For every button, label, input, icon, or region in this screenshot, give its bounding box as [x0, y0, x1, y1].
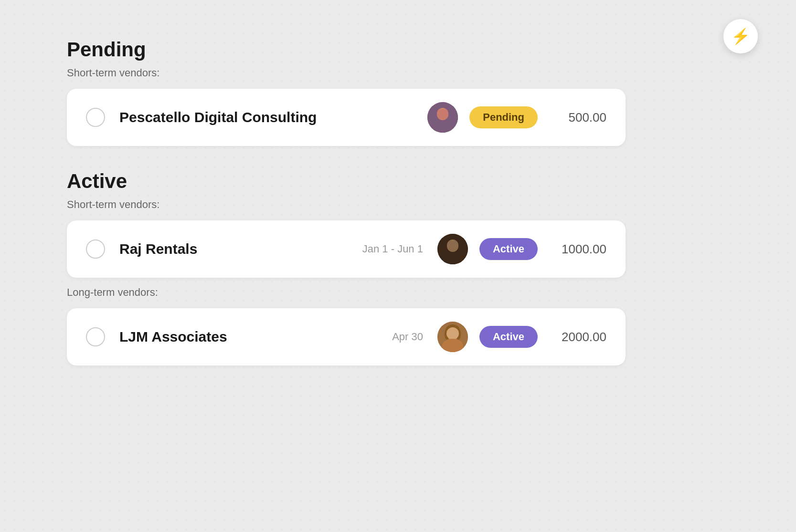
status-badge-ljm-associates: Active: [479, 326, 538, 348]
vendor-name-raj-rentals: Raj Rentals: [119, 241, 362, 257]
svg-point-7: [448, 240, 457, 249]
amount-ljm-associates: 2000.00: [549, 330, 606, 344]
svg-point-11: [448, 327, 457, 337]
vendor-name-ljm-associates: LJM Associates: [119, 329, 392, 345]
status-badge-pescatello: Pending: [469, 106, 538, 128]
date-range-ljm-associates: Apr 30: [392, 331, 423, 343]
active-long-term-label: Long-term vendors:: [67, 286, 626, 299]
avatar-pescatello: [427, 102, 458, 133]
svg-rect-0: [427, 102, 458, 133]
svg-rect-4: [437, 234, 468, 264]
active-short-term-label: Short-term vendors:: [67, 198, 626, 211]
pending-section: Pending Short-term vendors: Pescatello D…: [67, 38, 626, 146]
svg-point-13: [445, 328, 449, 340]
active-section-title: Active: [67, 170, 626, 193]
svg-point-12: [446, 324, 459, 334]
status-badge-raj-rentals: Active: [479, 238, 538, 260]
radio-pescatello[interactable]: [86, 108, 105, 127]
svg-point-5: [447, 240, 458, 251]
svg-point-9: [447, 327, 458, 339]
vendor-name-pescatello: Pescatello Digital Consulting: [119, 109, 427, 125]
svg-point-3: [438, 108, 447, 117]
pending-section-title: Pending: [67, 38, 626, 61]
svg-point-1: [437, 108, 448, 119]
svg-point-2: [434, 122, 451, 133]
avatar-ljm-associates: [437, 322, 468, 352]
lightning-fab[interactable]: ⚡: [723, 19, 758, 53]
date-range-raj-rentals: Jan 1 - Jun 1: [362, 243, 423, 255]
vendor-card-raj-rentals[interactable]: Raj Rentals Jan 1 - Jun 1 Active 1000.00: [67, 220, 626, 278]
svg-point-6: [444, 254, 461, 264]
pending-short-term-label: Short-term vendors:: [67, 67, 626, 79]
active-section: Active Short-term vendors: Raj Rentals J…: [67, 170, 626, 365]
svg-point-10: [443, 341, 462, 352]
radio-ljm-associates[interactable]: [86, 327, 105, 346]
amount-pescatello: 500.00: [549, 110, 606, 125]
amount-raj-rentals: 1000.00: [549, 242, 606, 257]
lightning-icon: ⚡: [731, 27, 750, 45]
vendor-card-ljm-associates[interactable]: LJM Associates Apr 30 Active 2000.00: [67, 308, 626, 365]
avatar-raj-rentals: [437, 234, 468, 264]
main-content: Pending Short-term vendors: Pescatello D…: [0, 0, 692, 428]
vendor-card-pescatello[interactable]: Pescatello Digital Consulting Pending 50…: [67, 89, 626, 146]
radio-raj-rentals[interactable]: [86, 240, 105, 259]
svg-point-14: [456, 328, 461, 340]
